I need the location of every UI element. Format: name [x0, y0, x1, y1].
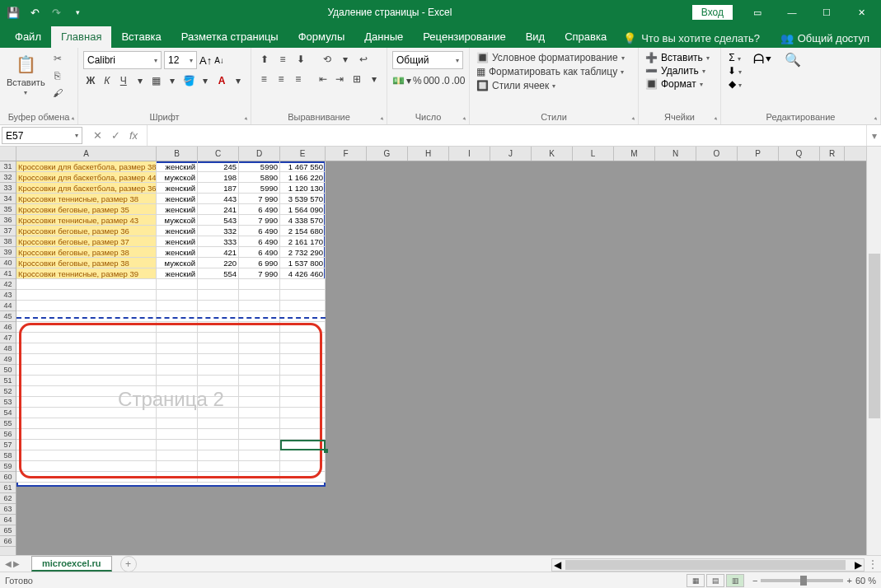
col-header[interactable]: A — [16, 147, 157, 161]
format-cells-button[interactable]: 🔳Формат ▾ — [644, 77, 715, 91]
align-bottom-icon[interactable]: ⬇ — [293, 51, 309, 68]
vertical-scrollbar[interactable] — [866, 147, 881, 555]
row-header[interactable]: 33 — [0, 183, 16, 194]
align-middle-icon[interactable]: ≡ — [274, 51, 291, 68]
next-sheet-icon[interactable]: ▶ — [13, 559, 20, 568]
formula-input[interactable] — [148, 125, 866, 146]
tab-insert[interactable]: Вставка — [111, 26, 171, 48]
fx-icon[interactable]: fx — [125, 129, 142, 142]
decrease-indent-icon[interactable]: ⇤ — [315, 71, 330, 87]
decrease-font-icon[interactable]: A↓ — [214, 56, 224, 65]
col-header[interactable]: O — [696, 147, 738, 161]
row-header[interactable]: 52 — [0, 386, 16, 397]
row-header[interactable]: 38 — [0, 236, 16, 247]
table-row[interactable]: Кроссовки беговые, размер 36женский3326 … — [16, 226, 326, 236]
col-header[interactable]: F — [326, 147, 367, 161]
copy-icon[interactable]: ⎘ — [50, 68, 65, 83]
bold-icon[interactable]: Ж — [83, 72, 98, 89]
percent-icon[interactable]: % — [413, 72, 422, 89]
zoom-in-icon[interactable]: + — [846, 576, 851, 586]
fill-color-icon[interactable]: 🪣 — [181, 72, 196, 89]
col-header[interactable]: E — [280, 147, 326, 161]
name-box[interactable]: E57▾ — [2, 127, 82, 144]
share-button[interactable]: 👥Общий доступ — [774, 29, 876, 48]
col-header[interactable]: C — [198, 147, 239, 161]
row-header[interactable]: 44 — [0, 301, 16, 311]
row-header[interactable]: 53 — [0, 397, 16, 408]
increase-decimal-icon[interactable]: .0 — [442, 72, 450, 89]
align-left-icon[interactable]: ≡ — [256, 71, 272, 87]
currency-icon[interactable]: 💵 — [392, 72, 405, 89]
col-header[interactable]: L — [573, 147, 614, 161]
decrease-decimal-icon[interactable]: .00 — [452, 72, 466, 89]
row-header[interactable]: 61 — [0, 483, 16, 493]
table-row[interactable]: Кроссовки беговые, размер 38женский4216 … — [16, 247, 326, 258]
conditional-formatting-button[interactable]: 🔳Условное форматирование ▾ — [475, 51, 633, 64]
tab-view[interactable]: Вид — [516, 26, 555, 48]
row-header[interactable]: 63 — [0, 504, 16, 515]
sheet-tab-active[interactable]: microexcel.ru — [31, 556, 112, 572]
table-row[interactable]: Кроссовки беговые, размер 37женский3336 … — [16, 236, 326, 247]
orientation-icon[interactable]: ⟲ — [319, 51, 335, 68]
horizontal-scrollbar[interactable]: ◀ ▶ — [551, 558, 865, 572]
row-header[interactable]: 48 — [0, 343, 16, 354]
row-header[interactable]: 58 — [0, 450, 16, 461]
col-header[interactable]: H — [408, 147, 449, 161]
table-row[interactable]: Кроссовки теннисные, размер 39женский554… — [16, 268, 326, 279]
delete-cells-button[interactable]: ➖Удалить ▾ — [644, 64, 715, 77]
font-name-select[interactable]: Calibri▾ — [83, 51, 162, 69]
col-header[interactable]: J — [490, 147, 532, 161]
row-header[interactable]: 55 — [0, 418, 16, 429]
expand-formula-icon[interactable]: ▾ — [866, 125, 881, 146]
close-icon[interactable]: ✕ — [845, 0, 878, 25]
clear-icon[interactable]: ◆ ▾ — [729, 78, 742, 90]
confirm-edit-icon[interactable]: ✓ — [107, 129, 124, 142]
table-row[interactable]: Кроссовки теннисные, размер 38женский443… — [16, 194, 326, 204]
paste-button[interactable]: 📋 Вставить ▾ — [5, 51, 47, 98]
row-header[interactable]: 41 — [0, 268, 16, 279]
fill-icon[interactable]: ⬇ ▾ — [728, 65, 742, 77]
col-header[interactable]: N — [655, 147, 696, 161]
increase-font-icon[interactable]: A↑ — [199, 54, 212, 67]
row-header[interactable]: 43 — [0, 290, 16, 301]
tab-review[interactable]: Рецензирование — [413, 26, 515, 48]
zoom-level[interactable]: 60 % — [855, 576, 876, 586]
col-header[interactable]: G — [367, 147, 408, 161]
minimize-icon[interactable]: — — [776, 0, 808, 25]
qa-customize-icon[interactable]: ▾ — [68, 2, 87, 22]
insert-cells-button[interactable]: ➕Вставить ▾ — [644, 51, 715, 64]
col-header[interactable]: I — [449, 147, 490, 161]
zoom-out-icon[interactable]: − — [752, 576, 757, 586]
tab-home[interactable]: Главная — [51, 26, 111, 48]
row-header[interactable]: 45 — [0, 311, 16, 322]
number-format-select[interactable]: Общий▾ — [392, 51, 463, 69]
row-header[interactable]: 60 — [0, 472, 16, 483]
col-header[interactable]: Q — [779, 147, 820, 161]
undo-icon[interactable]: ↶ — [25, 2, 45, 22]
save-icon[interactable]: 💾 — [3, 2, 23, 22]
align-center-icon[interactable]: ≡ — [274, 71, 289, 87]
format-painter-icon[interactable]: 🖌 — [50, 86, 65, 100]
col-header[interactable]: M — [614, 147, 655, 161]
row-header[interactable]: 49 — [0, 354, 16, 365]
tab-formulas[interactable]: Формулы — [288, 26, 355, 48]
page-break-view-icon[interactable]: ▥ — [726, 574, 744, 587]
add-sheet-button[interactable]: + — [120, 556, 137, 572]
table-row[interactable]: Кроссовки беговые, размер 35женский2416 … — [16, 204, 326, 215]
row-header[interactable]: 37 — [0, 226, 16, 236]
row-header[interactable]: 35 — [0, 204, 16, 215]
align-right-icon[interactable]: ≡ — [290, 71, 306, 87]
cancel-edit-icon[interactable]: ✕ — [89, 129, 105, 142]
row-header[interactable]: 31 — [0, 161, 16, 172]
row-header[interactable]: 59 — [0, 461, 16, 472]
zoom-slider[interactable] — [761, 579, 843, 582]
normal-view-icon[interactable]: ▦ — [687, 574, 705, 587]
italic-icon[interactable]: К — [100, 72, 115, 89]
login-button[interactable]: Вход — [692, 5, 733, 20]
row-header[interactable]: 34 — [0, 194, 16, 204]
row-header[interactable]: 65 — [0, 525, 16, 536]
table-row[interactable]: Кроссовки для баскетбола, размер 36женск… — [16, 183, 326, 194]
row-header[interactable]: 64 — [0, 515, 16, 525]
table-row[interactable]: Кроссовки беговые, размер 38мужской2206 … — [16, 258, 326, 268]
table-row[interactable]: Кроссовки для баскетбола, размер 38женск… — [16, 161, 326, 172]
